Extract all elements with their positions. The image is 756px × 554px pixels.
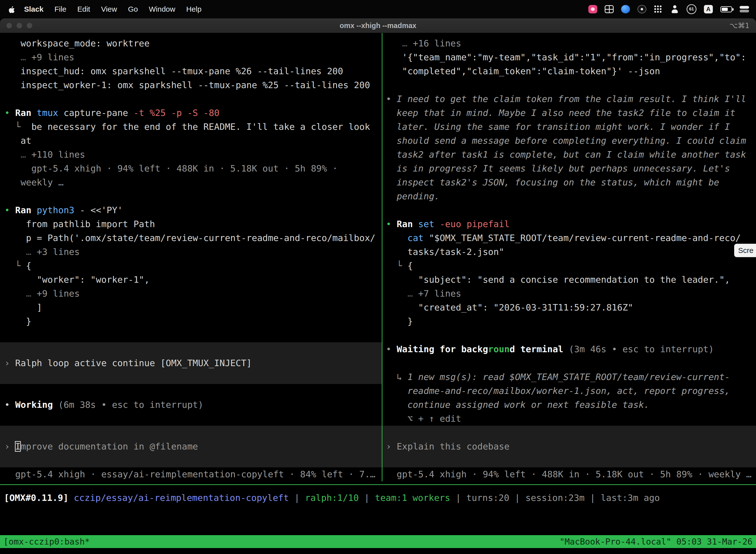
omx-status-line: [OMX#0.11.9] cczip/essay/ai-reimplementa… <box>0 485 756 505</box>
terminal-line: continue assigned work or next feasible … <box>382 398 756 412</box>
terminal-line: └ { <box>382 259 756 273</box>
terminal-line <box>382 78 756 92</box>
terminal-line: pending. <box>382 189 756 203</box>
terminal-line: • Ran set -euo pipefail <box>382 217 756 231</box>
terminal-line: task2 after task1 is complete, but can I… <box>382 148 756 162</box>
tmux-status-bar: [omx-cczip0:bash* "MacBook-Pro-44.local"… <box>0 535 756 548</box>
terminal-line <box>382 426 756 440</box>
user-figure-icon[interactable] <box>670 5 679 14</box>
terminal-line: workspace_mode: worktree <box>0 37 382 50</box>
terminal-line: "worker": "worker-1", <box>0 273 382 287</box>
terminal-line: • Working (6m 38s • esc to interrupt) <box>0 398 382 412</box>
menu-bar-left: SlackFileEditViewGoWindowHelp <box>7 5 207 13</box>
terminal-line: cat "$OMX_TEAM_STATE_ROOT/team/review-cu… <box>382 231 756 245</box>
terminal-line <box>0 412 382 426</box>
menu-bar: SlackFileEditViewGoWindowHelp 61A <box>0 0 756 18</box>
apple-menu-icon[interactable] <box>7 5 19 13</box>
screen-recording-icon[interactable] <box>588 5 597 13</box>
terminal-line: weekly … <box>0 175 382 189</box>
window-title: omx --xhigh --madmax <box>0 21 756 30</box>
terminal-line: inspect task2's JSON, focusing on the st… <box>382 175 756 189</box>
input-source-icon[interactable]: A <box>704 5 713 13</box>
terminal-line: inspect_worker-1: omx sparkshell --tmux-… <box>0 78 382 92</box>
minimize-button[interactable] <box>16 22 22 29</box>
terminal-line: should send a message before completing … <box>382 134 756 148</box>
terminal-line: … +7 lines <box>382 287 756 300</box>
tmux-host-clock: "MacBook-Pro-44.local" 05:03 31-Mar-26 <box>560 537 753 547</box>
menu-item-window[interactable]: Window <box>143 5 181 13</box>
window-title-bar: omx --xhigh --madmax ⌥⌘1 <box>0 18 756 33</box>
terminal-line <box>382 356 756 370</box>
terminal-line: gpt-5.4 xhigh · 94% left · 488K in · 5.1… <box>382 467 756 481</box>
terminal-line: • I need to get the claim token from the… <box>382 92 756 106</box>
terminal-line <box>0 384 382 398</box>
terminal-line: … +9 lines <box>0 287 382 300</box>
terminal-pane-right[interactable]: … +16 lines '{"team_name":"my-team","tas… <box>382 33 756 481</box>
terminal-line <box>0 92 382 106</box>
terminal-line: … +16 lines <box>382 37 756 50</box>
terminal-line: • Ran tmux capture-pane -t %25 -p -S -80 <box>0 106 382 120</box>
terminal-line: inspect_hud: omx sparkshell --tmux-pane … <box>0 64 382 78</box>
menu-item-view[interactable]: View <box>96 5 122 13</box>
terminal-line: } <box>0 315 382 328</box>
terminal-line <box>0 342 382 356</box>
terminal-line: "created_at": "2026-03-31T11:59:27.816Z" <box>382 300 756 315</box>
terminal-line: "subject": "send a concise recommendatio… <box>382 273 756 287</box>
window-shortcut-hint: ⌥⌘1 <box>730 21 750 30</box>
terminal-line: ⌥ + ↑ edit <box>382 412 756 426</box>
menu-item-go[interactable]: Go <box>123 5 143 13</box>
terminal-line: … +3 lines <box>0 245 382 259</box>
menu-item-edit[interactable]: Edit <box>72 5 96 13</box>
terminal-line: from pathlib import Path <box>0 217 382 231</box>
terminal-line: at <box>0 134 382 148</box>
queued-message-line: › Ralph loop active continue [OMX_TMUX_I… <box>0 356 382 370</box>
terminal-line <box>382 203 756 217</box>
menu-item-file[interactable]: File <box>49 5 72 13</box>
menu-item-slack[interactable]: Slack <box>19 5 49 13</box>
terminal-line: • Waiting for background terminal (3m 46… <box>382 342 756 356</box>
terminal-window: omx --xhigh --madmax ⌥⌘1 workspace_mode:… <box>0 18 756 554</box>
terminal-line: ↳ 1 new msg(s): read $OMX_TEAM_STATE_ROO… <box>382 370 756 384</box>
terminal-line <box>0 370 382 384</box>
omx-hud-line: [OMX#0.11.9] cczip/essay/ai-reimplementa… <box>0 491 756 505</box>
screenshot-tooltip[interactable]: Scre <box>734 244 756 257</box>
window-controls <box>0 22 33 29</box>
terminal-line: later. Using the same for transition mig… <box>382 120 756 134</box>
terminal-line <box>0 426 382 440</box>
terminal-line: keep that in mind. Maybe I also need the… <box>382 106 756 120</box>
keyboard-grid-icon[interactable] <box>605 5 614 13</box>
battery-percent-icon[interactable]: 61 <box>687 4 696 14</box>
close-button[interactable] <box>6 22 12 29</box>
blue-app-icon[interactable] <box>621 5 630 13</box>
battery-icon[interactable] <box>720 6 732 12</box>
menu-item-help[interactable]: Help <box>181 5 207 13</box>
terminal-line: gpt-5.4 xhigh · essay/ai-reimplementatio… <box>0 467 382 481</box>
control-center-icon[interactable] <box>740 6 749 13</box>
composer-input[interactable]: › Explain this codebase <box>382 440 756 453</box>
terminal-line <box>382 328 756 342</box>
terminal-line: '{"team_name":"my-team","task_id":"1","f… <box>382 50 756 64</box>
terminal-line: └ be necessary for the end of the README… <box>0 120 382 134</box>
terminal-line <box>0 328 382 342</box>
terminal-line <box>382 453 756 467</box>
terminal-line: tasks/task-2.json" <box>382 245 756 259</box>
terminal-line <box>0 453 382 467</box>
terminal-line: is in progress? It seems likely but perh… <box>382 162 756 175</box>
menu-items: SlackFileEditViewGoWindowHelp <box>19 5 207 13</box>
tmux-panes: workspace_mode: worktree … +9 lines insp… <box>0 33 756 481</box>
composer-input[interactable]: › Improve documentation in @filename <box>0 440 382 453</box>
screen: SlackFileEditViewGoWindowHelp 61A omx --… <box>0 0 756 554</box>
terminal-line: p = Path('.omx/state/team/review-current… <box>0 231 382 245</box>
terminal-line: gpt-5.4 xhigh · 94% left · 488K in · 5.1… <box>0 162 382 175</box>
terminal-line: readme-and-reco/mailbox/worker-1.json, a… <box>382 384 756 398</box>
terminal-line: └ { <box>0 259 382 273</box>
terminal-line: } <box>382 315 756 328</box>
terminal-line: • Ran python3 - <<'PY' <box>0 203 382 217</box>
dots-grid-icon[interactable] <box>654 5 663 13</box>
dark-app-icon[interactable] <box>637 5 646 13</box>
terminal-pane-left[interactable]: workspace_mode: worktree … +9 lines insp… <box>0 33 382 481</box>
terminal-line: … +110 lines <box>0 148 382 162</box>
zoom-button[interactable] <box>26 22 33 29</box>
terminal-line: ] <box>0 300 382 315</box>
terminal-line: "completed","claim_token":"claim-token"}… <box>382 64 756 78</box>
